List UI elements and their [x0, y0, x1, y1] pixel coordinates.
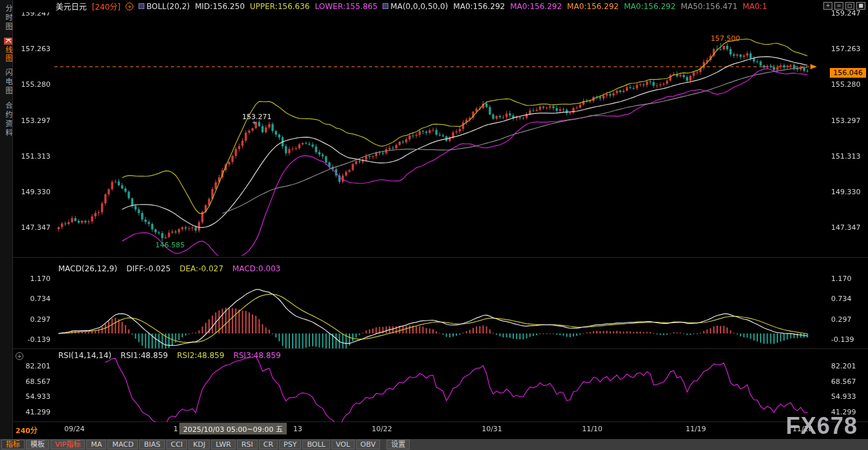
toolbar-button-指标[interactable]: 指标: [1, 440, 25, 449]
chart-header-bar: 美元日元 [240分] + BOLL(20,2)MID:156.250UPPER…: [13, 0, 783, 12]
toolbar-button-PSY[interactable]: PSY: [279, 440, 301, 449]
legend-text: MA0:156.292: [453, 2, 505, 11]
legend-text: LOWER:155.865: [315, 2, 378, 11]
ma-settings-icon[interactable]: [383, 3, 388, 9]
xaxis-covered-label-right: 13: [293, 425, 302, 433]
toolbar-button-BOLL[interactable]: BOLL: [302, 440, 329, 449]
legend-item-4: LOWER:155.865: [315, 2, 378, 11]
toolbar-button-LWR[interactable]: LWR: [211, 440, 236, 449]
toolbar-button-KDJ[interactable]: KDJ: [188, 440, 210, 449]
tile-windows-icon[interactable]: =: [834, 2, 843, 10]
toolbar-button-CR[interactable]: CR: [259, 440, 278, 449]
toolbar-button-VOL[interactable]: VOL: [331, 440, 355, 449]
sidebar-item-1[interactable]: 分时图: [3, 5, 13, 32]
maximize-window-icon[interactable]: ■: [856, 2, 865, 10]
legend-item-1: BOLL(20,2): [139, 2, 190, 11]
legend-text: MA50:156.471: [681, 2, 738, 11]
toolbar-button-OBV[interactable]: OBV: [356, 440, 380, 449]
legend-text: MID:156.250: [195, 2, 245, 11]
legend-item-6: MA0:156.292: [453, 2, 505, 11]
legend-item-9: MA0:156.292: [624, 2, 676, 11]
xaxis-covered-label-left: 1: [173, 425, 178, 433]
timeframe-label[interactable]: [240分]: [92, 1, 120, 12]
toolbar-button-RSI[interactable]: RSI: [237, 440, 258, 449]
legend-item-11: MA0:1: [742, 2, 767, 11]
chart-type-sidebar: 分时图K线图闪电图合约资料: [0, 0, 13, 450]
legend-text: UPPER:156.636: [250, 2, 309, 11]
legend-item-5: MA(0,0,0,50,0): [383, 2, 448, 11]
swing-high-cross-marker: +: [252, 119, 257, 126]
legend-item-3: UPPER:156.636: [250, 2, 309, 11]
legend-text: MA0:1: [742, 2, 767, 11]
high-price-annotation: 157.500: [711, 34, 740, 43]
boll-settings-icon[interactable]: [139, 3, 144, 9]
candlestick-chart-canvas[interactable]: [0, 0, 868, 450]
trading-chart-app: 美元日元 [240分] + BOLL(20,2)MID:156.250UPPER…: [0, 0, 868, 450]
toolbar-button-设置[interactable]: 设置: [386, 440, 410, 449]
indicator-toolbar: 指标模板VIP指标MAMACDBIASCCIKDJLWRRSICRPSYBOLL…: [0, 439, 868, 450]
legend-text: BOLL(20,2): [146, 2, 190, 11]
toolbar-button-模板[interactable]: 模板: [26, 440, 49, 449]
toolbar-button-MA[interactable]: MA: [86, 440, 106, 449]
new-chart-window-icon[interactable]: +: [823, 2, 832, 10]
legend-text: MA0:156.292: [510, 2, 562, 11]
add-indicator-icon[interactable]: +: [126, 3, 133, 10]
sidebar-item-3[interactable]: 闪电图: [3, 69, 13, 96]
legend-item-8: MA0:156.292: [567, 2, 619, 11]
legend-item-2: MID:156.250: [195, 2, 245, 11]
legend-item-7: MA0:156.292: [510, 2, 562, 11]
low-price-annotation: 146.585: [155, 241, 185, 249]
rsi-panel-settings-icon[interactable]: +: [16, 352, 23, 360]
sidebar-item-2[interactable]: K线图: [3, 38, 13, 63]
swing-high-annotation: 153.271: [242, 113, 272, 121]
last-price-tag: 156.046: [830, 68, 866, 78]
legend-text: MA(0,0,0,50,0): [390, 2, 448, 11]
indicator-legend: BOLL(20,2)MID:156.250UPPER:156.636LOWER:…: [139, 2, 767, 11]
fx678-watermark: FX678: [786, 412, 858, 440]
toolbar-button-BIAS[interactable]: BIAS: [139, 440, 164, 449]
toolbar-button-CCI[interactable]: CCI: [166, 440, 188, 449]
window-controls: +=□■: [823, 2, 865, 10]
legend-item-10: MA50:156.471: [681, 2, 738, 11]
toolbar-button-MACD[interactable]: MACD: [107, 440, 138, 449]
symbol-name: 美元日元: [56, 1, 87, 12]
sidebar-item-label: 线图: [4, 46, 12, 63]
stack-windows-icon[interactable]: □: [845, 2, 854, 10]
legend-text: MA0:156.292: [567, 2, 619, 11]
xaxis-period-label[interactable]: 240分: [16, 425, 38, 435]
toolbar-button-VIP指标[interactable]: VIP指标: [50, 440, 85, 449]
active-chart-badge: K: [4, 38, 12, 45]
legend-text: MA0:156.292: [624, 2, 676, 11]
sidebar-item-4[interactable]: 合约资料: [3, 102, 13, 138]
crosshair-date-tooltip: 2025/10/03 05:00~09:00 五: [179, 423, 287, 434]
